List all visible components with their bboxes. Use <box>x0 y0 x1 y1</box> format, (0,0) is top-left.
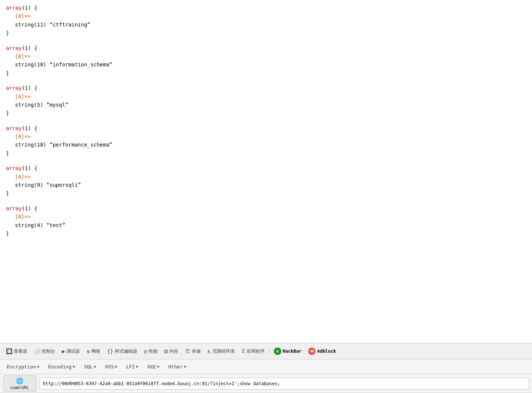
hackbar-menu-lfi[interactable]: LFI ▼ <box>122 362 142 371</box>
string-line: string(5) “mysql” <box>15 102 68 108</box>
lfi-label: LFI <box>126 364 135 370</box>
xxe-label: XXE <box>147 364 156 370</box>
string-line: string(11) “ctftraining” <box>15 22 90 28</box>
other-label: Other <box>168 364 183 370</box>
keyword-array: array <box>6 5 22 11</box>
application-label: 应用程序 <box>247 348 265 355</box>
devtools-accessibility[interactable]: ♿ 无障碍环境 <box>204 347 237 356</box>
string-line: string(18) “performance_schema” <box>15 142 112 148</box>
xss-label: XSS <box>105 364 113 370</box>
console-label: 控制台 <box>42 348 55 355</box>
storage-label: 存储 <box>192 348 201 355</box>
storage-icon: 🗒 <box>185 348 190 354</box>
devtools-bar: 🔲 查看器 ⬜ 控制台 ▶ 调试器 ⇅ 网络 {} 样式编辑器 ◎ 性能 ⧉ 内… <box>0 343 532 359</box>
memory-icon: ⧉ <box>164 348 168 355</box>
style-editor-icon: {} <box>107 348 113 354</box>
other-chevron: ▼ <box>184 365 186 369</box>
hackbar-menu-xxe[interactable]: XXE ▼ <box>144 362 163 371</box>
encoding-label: Encoding <box>48 364 72 370</box>
load-url-button[interactable]: 🌐 Load URL <box>3 375 37 392</box>
index-0: [0]=> <box>15 53 31 59</box>
hackbar-button[interactable]: H HackBar <box>271 346 305 356</box>
hackbar-toolbar: Encryption ▼ Encoding ▼ SQL ▼ XSS ▼ LFI … <box>0 359 532 374</box>
devtools-application[interactable]: ⠿ 应用程序 <box>238 347 267 356</box>
accessibility-label: 无障碍环境 <box>212 348 235 355</box>
hackbar-icon: H <box>274 348 281 355</box>
hackbar-menu-other[interactable]: Other ▼ <box>165 362 190 371</box>
xxe-chevron: ▼ <box>157 365 159 369</box>
accessibility-icon: ♿ <box>207 348 210 354</box>
devtools-inspector[interactable]: 🔲 查看器 <box>3 347 30 356</box>
keyword-array: array <box>6 125 22 131</box>
devtools-network[interactable]: ⇅ 网络 <box>84 347 103 356</box>
hackbar-input-row: 🌐 Load URL <box>0 374 532 393</box>
string-line: string(9) “supersqli” <box>15 182 81 188</box>
network-icon: ⇅ <box>87 348 90 354</box>
memory-label: 内存 <box>169 348 178 355</box>
string-line: string(18) “information_schema” <box>15 62 112 67</box>
devtools-console[interactable]: ⬜ 控制台 <box>31 347 58 356</box>
index-0: [0]=> <box>15 13 31 19</box>
code-block-2: array(1) { [0]=> string(18) “information… <box>6 44 526 78</box>
hackbar-menu-sql[interactable]: SQL ▼ <box>80 362 100 371</box>
index-0: [0]=> <box>15 133 31 139</box>
keyword-array: array <box>6 205 22 211</box>
hackbar-menu-xss[interactable]: XSS ▼ <box>101 362 121 371</box>
sql-chevron: ▼ <box>94 365 96 369</box>
xss-chevron: ▼ <box>115 365 117 369</box>
lfi-chevron: ▼ <box>136 365 138 369</box>
console-icon: ⬜ <box>34 348 40 354</box>
main-output: array(1) { [0]=> string(11) “ctftraining… <box>0 0 532 343</box>
hackbar-menu-encryption[interactable]: Encryption ▼ <box>3 362 43 371</box>
keyword-array: array <box>6 165 22 171</box>
url-input[interactable] <box>40 378 529 390</box>
performance-icon: ◎ <box>144 348 147 354</box>
index-0: [0]=> <box>15 94 31 100</box>
encryption-chevron: ▼ <box>37 365 39 369</box>
load-url-label: Load URL <box>10 385 29 390</box>
load-url-icon: 🌐 <box>16 377 24 384</box>
code-block-3: array(1) { [0]=> string(5) “mysql” } <box>6 84 526 117</box>
sql-label: SQL <box>84 364 93 370</box>
encryption-label: Encryption <box>7 364 36 370</box>
encoding-chevron: ▼ <box>73 365 75 369</box>
devtools-memory[interactable]: ⧉ 内存 <box>161 347 181 356</box>
code-block-6: array(1) { [0]=> string(4) “test” } <box>6 204 526 238</box>
performance-label: 性能 <box>148 348 157 355</box>
adblock-label: Adblock <box>317 349 336 354</box>
devtools-storage[interactable]: 🗒 存储 <box>182 347 204 356</box>
keyword-array: array <box>6 45 22 51</box>
inspector-icon: 🔲 <box>6 348 12 354</box>
string-line: string(4) “test” <box>15 222 65 228</box>
inspector-label: 查看器 <box>14 348 27 355</box>
style-editor-label: 样式编辑器 <box>115 348 137 355</box>
devtools-sep <box>269 347 269 356</box>
adblock-icon: AB <box>308 348 316 355</box>
devtools-debugger[interactable]: ▶ 调试器 <box>59 347 83 356</box>
debugger-icon: ▶ <box>62 348 65 354</box>
index-0: [0]=> <box>15 174 31 180</box>
devtools-style-editor[interactable]: {} 样式编辑器 <box>104 347 140 356</box>
code-block-4: array(1) { [0]=> string(18) “performance… <box>6 124 526 158</box>
debugger-label: 调试器 <box>66 348 80 355</box>
index-0: [0]=> <box>15 214 31 220</box>
application-icon: ⠿ <box>241 348 245 354</box>
code-block-1: array(1) { [0]=> string(11) “ctftraining… <box>6 4 526 37</box>
hackbar-label: HackBar <box>283 349 302 354</box>
network-label: 网络 <box>91 348 100 355</box>
code-block-5: array(1) { [0]=> string(9) “supersqli” } <box>6 164 526 198</box>
keyword-array: array <box>6 85 22 91</box>
adblock-button[interactable]: AB Adblock <box>305 346 339 356</box>
devtools-performance[interactable]: ◎ 性能 <box>141 347 160 356</box>
hackbar-menu-encoding[interactable]: Encoding ▼ <box>44 362 79 371</box>
